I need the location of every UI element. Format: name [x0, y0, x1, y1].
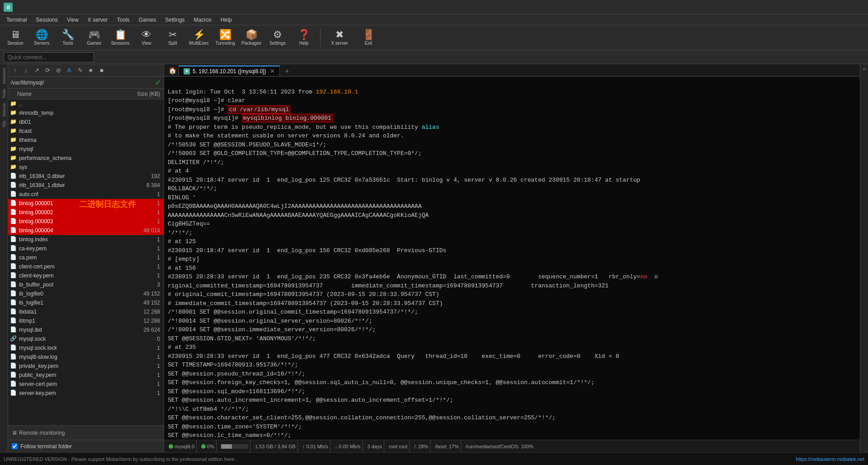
- file-row[interactable]: 📄public_key.pem1: [8, 371, 164, 380]
- fp-stop-button[interactable]: ■: [97, 66, 107, 75]
- right-side-icon-1[interactable]: S: [861, 66, 868, 72]
- toolbar-multiexec[interactable]: ⚡ MultiExec: [187, 27, 211, 49]
- file-row[interactable]: 📄binlog.index1: [8, 235, 164, 244]
- file-icon: 📄: [10, 218, 17, 225]
- file-row[interactable]: 📄mysql.sock.lock1: [8, 343, 164, 352]
- toolbar-servers[interactable]: 🌐 Servers: [30, 27, 53, 49]
- file-row[interactable]: 📄server-cert.pem1: [8, 380, 164, 389]
- file-row[interactable]: 📄server-key.pem1: [8, 389, 164, 398]
- toolbar-view[interactable]: 👁 View: [135, 27, 158, 49]
- file-row[interactable]: 📄ibdata112 288: [8, 307, 164, 316]
- menu-item-terminal[interactable]: Terminal: [2, 16, 31, 24]
- file-row[interactable]: 📄mysql.ibd26 624: [8, 325, 164, 334]
- sb-user: root root: [387, 440, 410, 452]
- file-row[interactable]: 📄binlog.0000021: [8, 208, 164, 217]
- file-row[interactable]: 📁..: [8, 99, 164, 108]
- file-row[interactable]: 📄auto.cnf1: [8, 190, 164, 199]
- fp-down-button[interactable]: ↓: [21, 66, 31, 75]
- file-size-text: 1: [126, 272, 162, 279]
- file-row[interactable]: 📁itheima: [8, 136, 164, 145]
- file-row[interactable]: 📄binlog.00000448 014: [8, 226, 164, 235]
- file-icon: 📄: [10, 290, 17, 297]
- file-row[interactable]: 📁mysql: [8, 145, 164, 154]
- close-button[interactable]: [853, 2, 864, 12]
- menu-item-help[interactable]: Help: [216, 16, 236, 24]
- file-row[interactable]: 📄ibtmp112 288: [8, 316, 164, 325]
- terminal-output[interactable]: Last login: Tue Oct 3 13:56:11 2023 from…: [164, 77, 860, 440]
- file-row[interactable]: 📄ib_logfile049 152: [8, 289, 164, 298]
- minimize-button[interactable]: [826, 2, 837, 12]
- macros-side-icon[interactable]: Macros: [1, 101, 7, 118]
- file-icon: 📄: [10, 390, 17, 397]
- sessions-side-icon[interactable]: Sessions: [1, 66, 7, 86]
- slip-side-icon[interactable]: Slip: [1, 119, 7, 129]
- tab-add-button[interactable]: +: [282, 66, 292, 76]
- menu-item-macros[interactable]: Macros: [189, 16, 216, 24]
- terminal-line-30: # at 235: [168, 344, 196, 351]
- toolbar-session[interactable]: 🖥 Session: [4, 27, 27, 49]
- file-row[interactable]: 📄ca.pem1: [8, 253, 164, 262]
- toolbar-xserver[interactable]: ✖ X server: [325, 27, 354, 49]
- follow-terminal-checkbox[interactable]: [12, 443, 18, 449]
- file-row[interactable]: 📄#ib_16384_1.dblwr8 384: [8, 181, 164, 190]
- sb-disk-root: /: 28%: [412, 440, 430, 452]
- sb-session-label: mysql8.0: [175, 444, 194, 449]
- file-row[interactable]: 📄ib_buffer_pool3: [8, 280, 164, 289]
- file-row[interactable]: 📁#innodb_temp: [8, 108, 164, 117]
- file-row[interactable]: 📄binlog.0000031: [8, 217, 164, 226]
- file-row[interactable]: 📄#ib_16384_0.dblwr192: [8, 172, 164, 181]
- quickconnect-input[interactable]: [4, 52, 94, 62]
- file-icon: 📄: [10, 362, 17, 370]
- file-row[interactable]: 🔗mysql.sock0: [8, 334, 164, 343]
- toolbar-packages[interactable]: 📦 Packages: [240, 27, 263, 49]
- toolbar-tools[interactable]: 🔧 Tools: [56, 27, 80, 49]
- terminal-line-35: SET @@session.sql_mode=1168113696/*!*/;: [168, 388, 305, 395]
- menu-item-sessions[interactable]: Sessions: [31, 16, 62, 24]
- folder-icon: 📁: [10, 136, 17, 144]
- file-name-text: ib_buffer_pool: [19, 282, 126, 288]
- file-row[interactable]: 📄binlog.0000011: [8, 199, 164, 208]
- fp-star-button[interactable]: ★: [86, 66, 96, 75]
- tab-session-1[interactable]: 🖥 5. 192.168.10.201 ([mysql8.0]) ✕: [179, 66, 280, 76]
- tab-close-button[interactable]: ✕: [270, 68, 275, 75]
- file-row[interactable]: 📄mysql8-slow.log1: [8, 352, 164, 362]
- file-name-text: ca.pem: [19, 254, 126, 261]
- file-panel-footer: 🖥 Remote monitoring: [8, 425, 164, 440]
- fp-cancel-button[interactable]: ⊘: [53, 66, 63, 75]
- toolbar-games[interactable]: 🎮 Games: [82, 27, 106, 49]
- fp-up-button[interactable]: ↑: [10, 66, 20, 75]
- file-row[interactable]: 📄ca-key.pem1: [8, 244, 164, 253]
- menu-item-tools[interactable]: Tools: [113, 16, 134, 24]
- toolbar-exit[interactable]: 🚪 Exit: [357, 27, 380, 49]
- file-col-size: Size (KB): [126, 91, 162, 97]
- menu-item-x server[interactable]: X server: [83, 16, 113, 24]
- maximize-button[interactable]: [839, 2, 851, 12]
- fp-A-button[interactable]: A: [64, 66, 74, 75]
- file-row[interactable]: 📁itcast: [8, 127, 164, 136]
- file-row[interactable]: 📄private_key.pem1: [8, 362, 164, 371]
- file-row[interactable]: 📄client-key.pem1: [8, 271, 164, 280]
- file-size-text: 48 014: [126, 227, 162, 234]
- toolbar-help[interactable]: ❓ Help: [292, 27, 316, 49]
- file-row[interactable]: 📄ib_logfile149 152: [8, 298, 164, 307]
- toolbar-split[interactable]: ✂ Split: [161, 27, 184, 49]
- tab-home-button[interactable]: 🏠: [166, 65, 179, 76]
- file-row[interactable]: 📁db01: [8, 117, 164, 127]
- fp-refresh-button[interactable]: ⟳: [42, 66, 52, 75]
- toolbar-tunneling[interactable]: 🔀 Tunneling: [213, 27, 237, 49]
- fp-new-button[interactable]: ↗: [32, 66, 42, 75]
- file-row[interactable]: 📁sys: [8, 163, 164, 172]
- menu-item-settings[interactable]: Settings: [160, 16, 189, 24]
- sb-disk-media: /run/media/root/CentOS: 100%: [464, 440, 535, 452]
- side-panel-icons: Sessions Tools Macros Slip: [0, 64, 8, 452]
- toolbar-settings[interactable]: ⚙ Settings: [266, 27, 289, 49]
- menu-item-games[interactable]: Games: [134, 16, 161, 24]
- file-row[interactable]: 📁performance_schema: [8, 154, 164, 163]
- mobaxterm-link[interactable]: https://mobaxterm.mobatek.net: [796, 456, 864, 462]
- tools-side-icon[interactable]: Tools: [1, 87, 7, 100]
- file-name-text: client-key.pem: [19, 272, 126, 279]
- fp-edit-button[interactable]: ✎: [75, 66, 85, 75]
- file-row[interactable]: 📄client-cert.pem1: [8, 262, 164, 271]
- menu-item-view[interactable]: View: [62, 16, 83, 24]
- toolbar-sessions[interactable]: 📋 Sessions: [108, 27, 132, 49]
